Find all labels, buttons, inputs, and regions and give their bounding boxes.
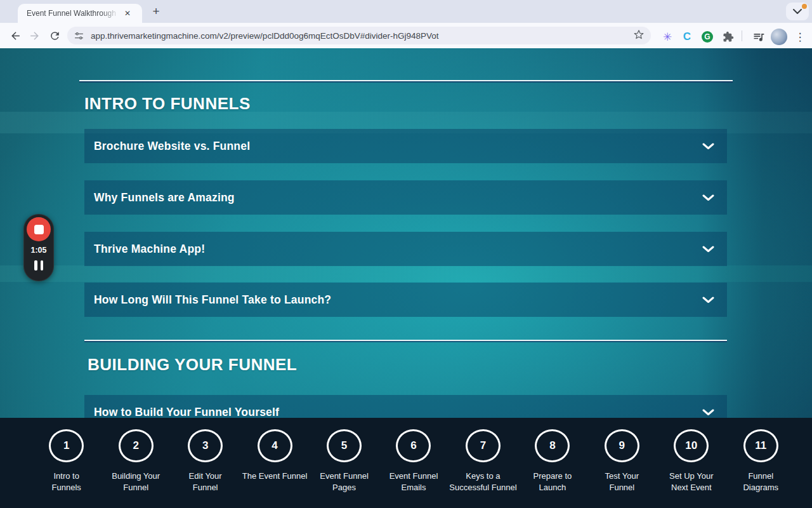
clockify-extension-icon[interactable]: C (678, 28, 696, 46)
tab-strip: Event Funnel Walkthrough (S ✕ + (0, 0, 812, 23)
step-item-3[interactable]: 3 Edit Your Funnel (171, 429, 240, 493)
media-controls-icon[interactable] (750, 28, 768, 46)
step-item-2[interactable]: 2 Building Your Funnel (101, 429, 170, 493)
extension-flower-icon[interactable]: ✳ (658, 28, 676, 46)
accordion-how-long-to-launch[interactable]: How Long Will This Funnel Take to Launch… (84, 283, 727, 317)
section-heading-intro: INTRO TO FUNNELS (84, 94, 251, 114)
chevron-down-icon[interactable] (702, 246, 714, 253)
step-label: Prepare to Launch (534, 471, 572, 493)
stop-recording-button[interactable] (27, 217, 51, 241)
tab-close-icon[interactable]: ✕ (122, 8, 133, 19)
step-item-4[interactable]: 4 The Event Funnel (240, 429, 309, 493)
accordion-title: Thrive Machine App! (94, 243, 205, 256)
grammarly-extension-icon[interactable]: G (698, 28, 716, 46)
accordion-build-funnel-yourself[interactable]: How to Build Your Funnel Yourself (84, 395, 727, 418)
browser-tab[interactable]: Event Funnel Walkthrough (S ✕ (18, 4, 142, 23)
chevron-down-icon (793, 9, 802, 14)
step-circle: 11 (743, 429, 778, 462)
step-item-9[interactable]: 9 Test Your Funnel (587, 429, 657, 493)
stop-icon (34, 225, 44, 234)
step-item-8[interactable]: 8 Prepare to Launch (518, 429, 587, 493)
step-item-7[interactable]: 7 Keys to a Successful Funnel (449, 429, 518, 493)
address-bar[interactable]: app.thrivemarketingmachine.com/v2/previe… (67, 27, 651, 44)
accordion-title: Why Funnels are Amazing (94, 191, 235, 204)
section-divider (84, 340, 727, 341)
step-label: Keys to a Successful Funnel (449, 471, 516, 493)
screen-recorder-widget: 1:05 (23, 214, 54, 281)
tab-strip-chevron-button[interactable] (786, 3, 809, 20)
step-circle: 9 (605, 429, 639, 462)
forward-button[interactable] (24, 25, 44, 46)
step-circle: 5 (327, 429, 362, 462)
tab-title: Event Funnel Walkthrough (S (27, 9, 122, 18)
step-circle: 3 (188, 429, 223, 462)
step-item-6[interactable]: 6 Event Funnel Emails (379, 429, 448, 493)
accordion-title: How to Build Your Funnel Yourself (94, 406, 279, 418)
chevron-down-icon[interactable] (702, 143, 714, 150)
step-label: Event Funnel Emails (390, 471, 438, 493)
step-circle: 2 (119, 429, 154, 462)
accordion-title: Brochure Website vs. Funnel (94, 140, 250, 153)
step-label: Edit Your Funnel (189, 471, 222, 493)
step-item-11[interactable]: 11 Funnel Diagrams (726, 429, 796, 493)
step-label: Funnel Diagrams (743, 471, 778, 493)
extensions-puzzle-icon[interactable] (719, 28, 737, 46)
browser-window: Event Funnel Walkthrough (S ✕ + (0, 0, 812, 508)
url-text[interactable]: app.thrivemarketingmachine.com/v2/previe… (91, 31, 628, 41)
chevron-down-icon[interactable] (702, 297, 714, 304)
step-circle: 10 (674, 429, 709, 462)
step-label: Building Your Funnel (112, 471, 160, 493)
page-content: INTRO TO FUNNELS Brochure Website vs. Fu… (0, 48, 812, 418)
arrow-left-icon (10, 30, 22, 42)
bookmark-star-icon[interactable] (633, 29, 645, 43)
accordion-thrive-machine-app[interactable]: Thrive Machine App! (84, 232, 727, 266)
step-circle: 7 (466, 429, 501, 462)
step-label: Event Funnel Pages (320, 471, 369, 493)
pause-recording-button[interactable] (34, 260, 43, 271)
recording-timer: 1:05 (30, 246, 46, 255)
reload-button[interactable] (44, 25, 65, 46)
accordion-brochure-vs-funnel[interactable]: Brochure Website vs. Funnel (84, 129, 727, 163)
step-label: The Event Funnel (242, 471, 308, 482)
step-label: Test Your Funnel (605, 471, 639, 493)
step-navigation-bar: 1 Intro to Funnels 2 Building Your Funne… (0, 418, 812, 508)
chevron-down-icon[interactable] (702, 409, 714, 416)
new-tab-button[interactable]: + (147, 3, 165, 20)
browser-toolbar: app.thrivemarketingmachine.com/v2/previe… (0, 23, 812, 48)
step-circle: 1 (49, 429, 84, 462)
step-circle: 4 (258, 429, 292, 462)
toolbar-separator (742, 30, 742, 41)
step-item-1[interactable]: 1 Intro to Funnels (32, 429, 101, 493)
back-button[interactable] (5, 25, 25, 46)
step-label: Set Up Your Next Event (669, 471, 713, 493)
accordion-title: How Long Will This Funnel Take to Launch… (94, 293, 331, 307)
site-settings-icon[interactable] (74, 30, 84, 41)
section-divider (79, 80, 733, 81)
profile-avatar[interactable] (771, 29, 787, 45)
arrow-right-icon (29, 30, 41, 42)
step-circle: 6 (396, 429, 431, 462)
chevron-down-icon[interactable] (702, 194, 714, 201)
step-item-10[interactable]: 10 Set Up Your Next Event (657, 429, 726, 493)
reload-icon (49, 30, 61, 42)
browser-menu-kebab-icon[interactable]: ⋮ (791, 28, 809, 46)
step-label: Intro to Funnels (52, 471, 81, 493)
accordion-why-funnels-amazing[interactable]: Why Funnels are Amazing (84, 180, 727, 215)
section-heading-building: BUILDING YOUR FUNNEL (88, 355, 297, 375)
notification-dot (802, 4, 807, 9)
step-item-5[interactable]: 5 Event Funnel Pages (310, 429, 379, 493)
step-list: 1 Intro to Funnels 2 Building Your Funne… (32, 429, 796, 493)
step-circle: 8 (535, 429, 570, 462)
